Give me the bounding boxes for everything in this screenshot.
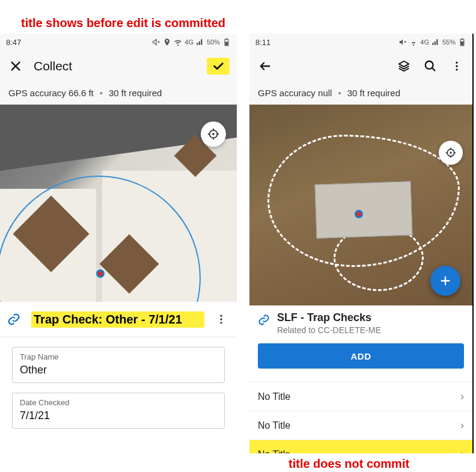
list-item[interactable]: No Title › [249,411,472,440]
field-value: Other [20,364,217,376]
related-list: No Title › No Title › No Title › [249,382,472,453]
field-label: Trap Name [20,352,217,361]
check-icon [212,60,225,73]
submit-button[interactable] [207,58,230,75]
list-item-label: No Title [258,420,290,431]
add-feature-fab[interactable] [430,266,460,296]
mute-icon [398,38,407,46]
phone-left: 8:47 4G 50% Collect GPS accuracy 66.6 ft… [0,34,237,455]
layers-button[interactable] [395,58,412,75]
trap-name-field[interactable]: Trap Name Other [12,347,225,383]
chevron-right-icon: › [460,390,464,403]
annotation-bottom: title does not commit [288,457,409,471]
chevron-right-icon: › [460,419,464,432]
battery-label: 55% [442,38,456,46]
more-vert-icon [215,313,227,325]
more-vert-icon [451,60,463,72]
svg-rect-1 [225,42,228,45]
list-item-label: No Title [258,449,290,454]
crosshair-icon [207,127,220,141]
search-button[interactable] [422,58,439,75]
battery-icon [458,38,466,46]
panel-subtitle: Related to CC-DELETE-ME [277,325,381,335]
locate-button[interactable] [439,141,463,165]
battery-icon [222,38,231,46]
link-icon [7,313,20,326]
close-button[interactable] [7,58,24,75]
phone-right: 8:11 4G 55% GPS accuracy null • 30 ft re… [249,34,474,453]
map-view[interactable] [0,105,237,302]
map-view[interactable] [249,105,472,305]
signal-icon [196,38,204,46]
list-item-label: No Title [258,391,290,402]
mute-icon [152,38,160,46]
record-title-bar: Trap Check: Other - 7/1/21 [0,302,237,337]
date-checked-field[interactable]: Date Checked 7/1/21 [12,393,225,429]
status-icons: 4G 55% [398,38,466,46]
plus-icon [439,274,452,287]
gps-required: 30 ft required [109,88,162,98]
svg-point-7 [220,322,222,323]
field-value: 7/1/21 [20,409,217,422]
svg-point-16 [450,152,451,153]
add-button[interactable]: ADD [258,343,464,369]
gps-accuracy: GPS accuracy 66.6 ft [8,88,94,98]
svg-point-4 [212,133,215,135]
form: Trap Name Other Date Checked 7/1/21 [0,337,237,435]
field-label: Date Checked [20,398,217,407]
feature-marker[interactable] [355,210,363,218]
status-bar: 8:47 4G 50% [0,34,237,51]
gps-bar: GPS accuracy null • 30 ft required [249,82,472,105]
layers-icon [397,60,410,73]
feature-marker[interactable] [96,269,105,278]
back-button[interactable] [257,58,273,75]
wifi-icon [409,38,418,46]
chevron-right-icon: › [460,448,464,453]
close-icon [9,60,22,73]
list-item[interactable]: No Title › [249,440,472,453]
list-item[interactable]: No Title › [249,382,472,411]
network-label: 4G [420,38,429,46]
svg-rect-9 [461,41,463,44]
arrow-left-icon [258,60,272,73]
gps-accuracy: GPS accuracy null [258,88,332,98]
gps-required: 30 ft required [347,88,400,98]
status-time: 8:47 [6,38,21,47]
network-label: 4G [185,38,194,46]
crosshair-icon [445,147,457,159]
svg-point-14 [456,69,457,70]
link-icon [258,314,270,326]
svg-point-6 [220,318,222,320]
app-bar: Collect [0,51,237,82]
gps-bar: GPS accuracy 66.6 ft • 30 ft required [0,82,237,105]
locate-button[interactable] [201,121,226,147]
battery-label: 50% [207,38,220,46]
wifi-icon [174,38,182,46]
location-icon [163,38,171,46]
svg-point-13 [456,65,457,67]
more-button[interactable] [448,58,465,75]
more-button[interactable] [215,313,230,325]
panel-title: SLF - Trap Checks [277,311,381,324]
record-title: Trap Check: Other - 7/1/21 [31,311,204,328]
svg-point-5 [220,315,222,317]
app-bar [249,51,472,82]
search-icon [424,60,437,73]
signal-icon [432,38,440,46]
appbar-title: Collect [34,59,197,73]
status-time: 8:11 [255,38,270,47]
status-icons: 4G 50% [152,38,231,46]
annotation-top: title shows before edit is committed [21,16,225,30]
status-bar: 8:11 4G 55% [249,34,472,51]
svg-point-12 [456,62,457,64]
related-panel: SLF - Trap Checks Related to CC-DELETE-M… [249,305,472,372]
separator-dot: • [100,88,103,98]
separator-dot: • [338,88,341,98]
